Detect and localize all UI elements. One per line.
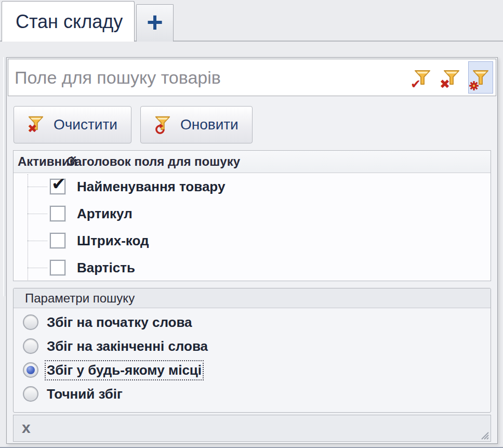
radio-button[interactable] [23,314,38,330]
group-title: Параметри пошуку [14,288,491,308]
background-panel-edge [3,57,5,296]
radio-option[interactable]: Збіг на закінченні слова [23,334,491,358]
product-search-input[interactable] [8,62,410,93]
radio-option[interactable]: Збіг на початку слова [23,310,491,334]
table-row[interactable]: Найменування товару [14,173,491,200]
table-row[interactable]: Вартість [14,254,491,281]
radio-option[interactable]: Збіг у будь-якому місці [23,358,491,382]
filter-actions: ✖ Очистити Оновити [14,106,253,143]
radio-label: Збіг на закінченні слова [47,338,208,354]
radio-label: Збіг у будь-якому місці [47,362,202,378]
gear-icon [469,81,479,91]
filter-settings-button[interactable] [468,61,493,94]
checkbox[interactable] [50,260,65,275]
x-mark-icon: ✖ [440,78,450,90]
filter-settings-popup: ✔ ✖ [6,57,498,444]
refresh-button[interactable]: Оновити [140,106,253,143]
radio-option[interactable]: Точний збіг [23,382,491,406]
checkbox[interactable] [50,233,65,248]
search-toolbar: ✔ ✖ [8,59,496,96]
popup-footer: x [13,415,491,442]
clear-button[interactable]: ✖ Очистити [14,106,131,143]
radio-label: Точний збіг [47,386,123,402]
checkbox[interactable] [50,179,65,194]
table-row[interactable]: Штрих-код [14,227,491,254]
checkbox[interactable] [50,206,65,221]
tab-label: Стан складу [16,11,123,33]
refresh-button-label: Оновити [180,116,239,133]
field-label: Артикул [77,206,133,222]
table-row[interactable]: Артикул [14,200,491,227]
tab-warehouse-state[interactable]: Стан складу [2,1,135,42]
resize-grip-icon[interactable] [478,428,489,440]
search-params-group: Параметри пошуку Збіг на початку слова З… [13,288,491,413]
radio-button[interactable] [23,386,38,402]
table-body: Найменування товару Артикул Штрих-код Ва… [14,173,491,281]
field-label: Найменування товару [77,179,225,195]
apply-filter-button[interactable]: ✔ [410,61,435,94]
funnel-x-icon: ✖ [28,115,46,135]
options-list: Збіг на початку слова Збіг на закінченні… [14,308,491,406]
radio-button[interactable] [23,362,38,378]
plus-icon: + [147,8,163,36]
field-label: Вартість [77,260,135,276]
funnel-refresh-icon [154,115,173,135]
close-icon[interactable]: x [22,420,31,436]
column-header-title[interactable]: Заголовок поля для пошуку [67,154,240,169]
field-label: Штрих-код [77,233,149,249]
table-header: Активний Заголовок поля для пошуку [14,151,491,173]
search-fields-table: Активний Заголовок поля для пошуку Найме… [13,150,491,281]
clear-button-label: Очистити [54,116,117,133]
radio-label: Збіг на початку слова [47,314,192,331]
clear-filter-button[interactable]: ✖ [439,61,464,94]
column-header-active[interactable]: Активний [14,154,67,169]
add-tab-button[interactable]: + [136,4,174,42]
check-icon: ✔ [411,78,421,90]
filter-icon-bar: ✔ ✖ [410,61,496,94]
tab-bar: Стан складу + [0,0,503,42]
radio-button[interactable] [23,338,38,354]
